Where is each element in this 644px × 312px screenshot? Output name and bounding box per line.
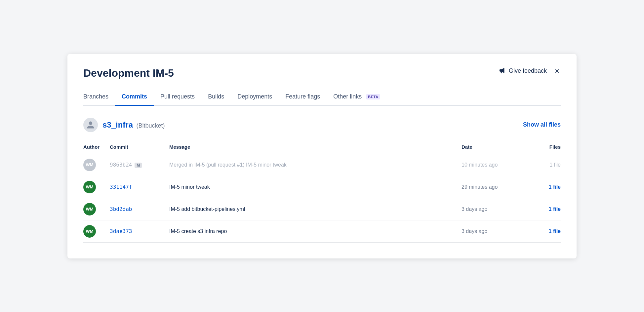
- author-avatar: WM: [83, 159, 96, 171]
- table-row: WM3bd2dabIM-5 add bitbucket-pipelines.ym…: [83, 198, 561, 220]
- commit-message: IM-5 create s3 infra repo: [169, 228, 227, 234]
- table-row: WM331147fIM-5 minor tweak29 minutes ago1…: [83, 176, 561, 198]
- tab-branches[interactable]: Branches: [83, 90, 115, 106]
- col-header-author: Author: [83, 141, 110, 154]
- panel-header: Development IM-5 Give feedback ×: [83, 67, 561, 79]
- tab-deployments[interactable]: Deployments: [231, 90, 279, 106]
- panel-title: Development IM-5: [83, 67, 174, 79]
- cell-date: 3 days ago: [462, 220, 528, 242]
- commit-hash-link[interactable]: 3bd2dab: [110, 206, 132, 212]
- cell-message: IM-5 add bitbucket-pipelines.yml: [169, 198, 462, 220]
- author-avatar: WM: [83, 181, 96, 193]
- files-link[interactable]: 1 file: [528, 184, 561, 190]
- commits-body: WM9863b24MMerged in IM-5 (pull request #…: [83, 154, 561, 242]
- close-button[interactable]: ×: [553, 67, 561, 75]
- cell-date: 10 minutes ago: [462, 154, 528, 176]
- cell-commit: 3dae373: [110, 220, 169, 242]
- repo-info: s3_infra (Bitbucket): [83, 118, 165, 132]
- commit-message: Merged in IM-5 (pull request #1) IM-5 mi…: [169, 162, 287, 168]
- cell-files: 1 file: [528, 154, 561, 176]
- cell-message: IM-5 create s3 infra repo: [169, 220, 462, 242]
- cell-author: WM: [83, 198, 110, 220]
- cell-message: Merged in IM-5 (pull request #1) IM-5 mi…: [169, 154, 462, 176]
- main-panel: Development IM-5 Give feedback × Branche…: [67, 54, 577, 258]
- cell-files: 1 file: [528, 176, 561, 198]
- cell-message: IM-5 minor tweak: [169, 176, 462, 198]
- commit-date: 3 days ago: [462, 206, 487, 212]
- megaphone-icon: [499, 67, 506, 75]
- files-link[interactable]: 1 file: [528, 228, 561, 234]
- header-actions: Give feedback ×: [499, 67, 561, 75]
- commit-hash-link[interactable]: 9863b24: [110, 162, 132, 168]
- cell-files: 1 file: [528, 198, 561, 220]
- user-icon: [86, 121, 95, 129]
- col-header-date: Date: [462, 141, 528, 154]
- tab-pull-requests[interactable]: Pull requests: [154, 90, 201, 106]
- tab-other-links[interactable]: Other links BETA: [327, 90, 387, 106]
- col-header-message: Message: [169, 141, 462, 154]
- cell-date: 29 minutes ago: [462, 176, 528, 198]
- repo-avatar: [83, 118, 98, 132]
- table-row: WM9863b24MMerged in IM-5 (pull request #…: [83, 154, 561, 176]
- cell-date: 3 days ago: [462, 198, 528, 220]
- tab-feature-flags[interactable]: Feature flags: [279, 90, 327, 106]
- col-header-files: Files: [528, 141, 561, 154]
- commit-date: 29 minutes ago: [462, 184, 498, 190]
- author-avatar: WM: [83, 203, 96, 215]
- table-row: WM3dae373IM-5 create s3 infra repo3 days…: [83, 220, 561, 242]
- cell-author: WM: [83, 220, 110, 242]
- give-feedback-label: Give feedback: [509, 67, 547, 74]
- files-link[interactable]: 1 file: [528, 206, 561, 212]
- commit-message: IM-5 minor tweak: [169, 184, 210, 190]
- show-all-files-button[interactable]: Show all files: [523, 121, 561, 128]
- cell-author: WM: [83, 154, 110, 176]
- repo-name: s3_infra: [102, 120, 133, 129]
- col-header-commit: Commit: [110, 141, 169, 154]
- cell-commit: 331147f: [110, 176, 169, 198]
- merge-badge: M: [135, 163, 142, 168]
- cell-files: 1 file: [528, 220, 561, 242]
- cell-author: WM: [83, 176, 110, 198]
- commit-date: 3 days ago: [462, 228, 487, 234]
- tabs-bar: Branches Commits Pull requests Builds De…: [83, 90, 561, 106]
- author-avatar: WM: [83, 225, 96, 238]
- commit-hash-link[interactable]: 331147f: [110, 184, 132, 190]
- cell-commit: 3bd2dab: [110, 198, 169, 220]
- tab-commits[interactable]: Commits: [115, 90, 154, 106]
- files-count: 1 file: [528, 162, 561, 168]
- give-feedback-button[interactable]: Give feedback: [499, 67, 547, 75]
- cell-commit: 9863b24M: [110, 154, 169, 176]
- tab-builds[interactable]: Builds: [201, 90, 231, 106]
- commit-hash-link[interactable]: 3dae373: [110, 228, 132, 234]
- table-header: Author Commit Message Date Files: [83, 141, 561, 154]
- beta-badge: BETA: [366, 94, 380, 99]
- repo-header: s3_infra (Bitbucket) Show all files: [83, 118, 561, 132]
- commits-table: Author Commit Message Date Files WM9863b…: [83, 141, 561, 243]
- commit-message: IM-5 add bitbucket-pipelines.yml: [169, 206, 245, 212]
- commit-date: 10 minutes ago: [462, 162, 498, 168]
- repo-source: (Bitbucket): [137, 122, 165, 129]
